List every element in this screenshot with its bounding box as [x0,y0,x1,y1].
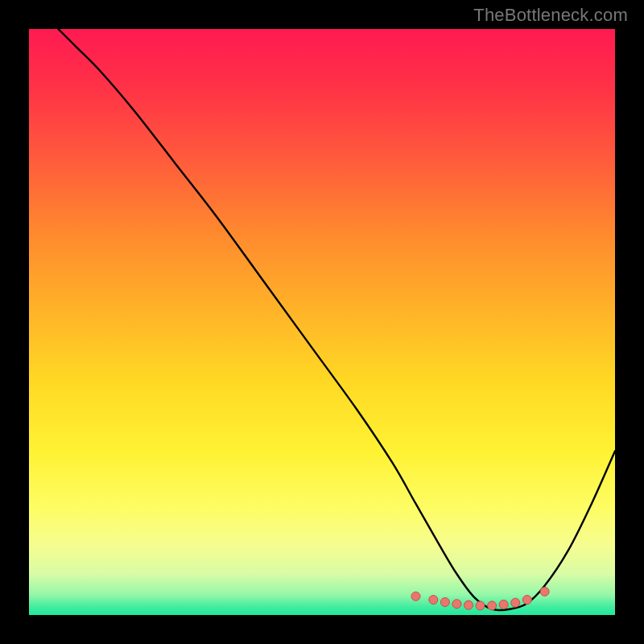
sweet-spot-marker [522,596,531,605]
sweet-spot-marker [452,600,461,609]
sweet-spot-marker [464,601,473,609]
gradient-background [29,29,615,615]
sweet-spot-marker [429,596,438,605]
sweet-spot-marker [476,601,485,610]
chart-plot-area [29,29,615,615]
sweet-spot-marker [440,597,449,606]
sweet-spot-marker [540,587,549,596]
chart-svg [29,29,615,615]
sweet-spot-marker [499,600,508,609]
sweet-spot-marker [511,598,520,607]
sweet-spot-marker [411,592,420,601]
sweet-spot-marker [488,601,497,610]
watermark-label: TheBottleneck.com [473,5,628,26]
